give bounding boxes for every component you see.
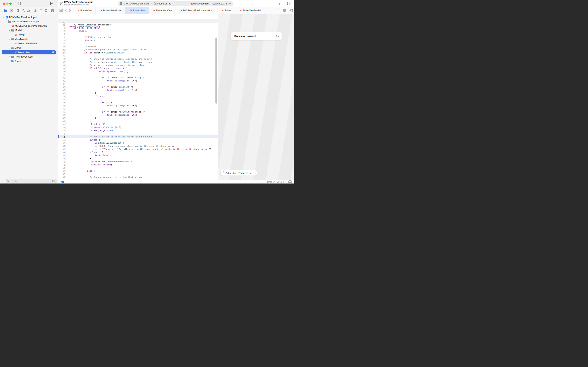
code-line-40[interactable]: 40 }	[58, 92, 218, 95]
code-line-60[interactable]: 60 Text("Save")	[58, 154, 218, 157]
code-line-64[interactable]: 64	[58, 167, 218, 169]
line-number[interactable]: 50	[58, 123, 65, 126]
minimap-options-icon[interactable]	[283, 9, 286, 12]
tab-poweritemview[interactable]: PowerItemView	[149, 7, 176, 14]
code-line-63[interactable]: 63 .padding(.bottom)	[58, 163, 218, 167]
line-number[interactable]: 58	[58, 148, 65, 151]
line-number[interactable]: 38	[58, 85, 65, 89]
code-line-59[interactable]: 59 } label: {	[58, 151, 218, 154]
tab-powerview[interactable]: PowerView	[125, 7, 149, 14]
line-number[interactable]: 24	[58, 42, 65, 45]
chevron-down-icon[interactable]	[3, 17, 5, 18]
code-line-36[interactable]: 36 .font(.system(size: 96))	[58, 79, 218, 83]
code-line-29[interactable]: 29 // Show the provided base, exponent, …	[58, 58, 218, 61]
line-number[interactable]: 47	[58, 114, 65, 117]
code-line-25[interactable]: 25 // OUTPUT	[58, 45, 218, 48]
line-number[interactable]: 46	[58, 110, 65, 114]
build-status[interactable]: Build Succeeded Today at 12:35 PM	[191, 2, 233, 5]
code-line-22[interactable]: 22 // Extra space at top	[58, 36, 218, 39]
window-zoom-button[interactable]	[9, 2, 12, 5]
sidebar-item-powerviewmodel[interactable]: PowerViewModel	[0, 42, 58, 46]
preview-device-selector[interactable]: Automatic – iPhone 16 Pro	[221, 170, 257, 175]
line-number[interactable]: 64	[58, 167, 65, 169]
source-control-status-icon[interactable]	[52, 180, 55, 182]
code-line-67[interactable]: 67 // Show a message indicating that we …	[58, 176, 218, 179]
code-line-47[interactable]: 47 .font(.system(size: 96))	[58, 114, 218, 117]
line-number[interactable]: 57	[58, 145, 65, 148]
line-number[interactable]: 60	[58, 154, 65, 157]
code-line-24[interactable]: 24	[58, 42, 218, 45]
window-minimize-button[interactable]	[6, 2, 8, 5]
line-number[interactable]: 62	[58, 160, 65, 163]
line-number[interactable]: 49	[58, 120, 65, 123]
sidebar-item-mvvmandfreeforminput[interactable]: AMVVMAndFreeformInput	[0, 15, 58, 19]
code-line-32[interactable]: 32 HStack(alignment: .center) {	[58, 67, 218, 70]
line-number[interactable]: 54	[58, 135, 65, 138]
chevron-down-icon[interactable]	[6, 21, 8, 22]
add-file-icon[interactable]: +	[2, 179, 4, 182]
sidebar-item-power[interactable]: Power	[0, 33, 58, 37]
breakpoints-icon[interactable]	[45, 9, 48, 12]
code-line-53[interactable]: 53	[58, 132, 218, 135]
code-line-43[interactable]: 43 Text("=")	[58, 101, 218, 104]
line-number[interactable]: 23	[58, 39, 65, 42]
line-number[interactable]: 48	[58, 117, 65, 120]
reports-icon[interactable]	[51, 9, 54, 12]
line-number[interactable]: 35	[58, 76, 65, 79]
code-line-20[interactable]: 20 VStack {	[58, 30, 218, 33]
editor-scrollbar[interactable]	[215, 38, 217, 104]
add-editor-icon[interactable]	[290, 9, 293, 12]
sidebar-item-assets[interactable]: Assets	[0, 59, 58, 63]
line-number[interactable]: 42	[58, 98, 65, 101]
sticky-declaration-line[interactable]: 10 struct PowerView: View {	[58, 19, 218, 22]
code-line-27[interactable]: 27 if let power = viewModel.power {	[58, 51, 218, 54]
chevron-down-icon[interactable]	[8, 47, 10, 49]
code-line-42[interactable]: 42	[58, 98, 218, 101]
project-navigator-icon[interactable]	[4, 9, 7, 12]
bookmarks-icon[interactable]	[16, 9, 19, 12]
swap-editor-icon[interactable]	[278, 9, 281, 12]
go-back-icon[interactable]	[65, 9, 67, 12]
line-number[interactable]: 66	[58, 173, 65, 176]
code-line-31[interactable]: 31 // we write a power on paper in math …	[58, 64, 218, 67]
code-line-55[interactable]: 55 Button {	[58, 138, 218, 142]
chevron-down-icon[interactable]	[8, 30, 10, 31]
line-number[interactable]: 56	[58, 142, 65, 145]
code-line-38[interactable]: 38 Text("\(power.exponent)")	[58, 85, 218, 89]
line-number[interactable]: 51	[58, 126, 65, 129]
line-number[interactable]: 32	[58, 67, 65, 70]
code-line-65[interactable]: 65 } else {	[58, 169, 218, 173]
line-number[interactable]: 29	[58, 58, 65, 61]
line-number[interactable]: 44	[58, 104, 65, 107]
code-line-62[interactable]: 62 .buttonStyle(.borderedProminent)	[58, 160, 218, 163]
code-line-51[interactable]: 51 .minimumScaleFactor(0.5)	[58, 126, 218, 129]
line-number[interactable]: 25	[58, 45, 65, 48]
tests-icon[interactable]	[33, 9, 37, 12]
source-control-icon[interactable]	[10, 9, 13, 12]
line-number[interactable]: 61	[58, 157, 65, 160]
line-number[interactable]: 53	[58, 132, 65, 135]
line-number[interactable]: 22	[58, 36, 65, 39]
code-line-58[interactable]: 58 print("There are \(viewModel.resultHi…	[58, 148, 218, 151]
tab-mvvmandfreeforminputapp[interactable]: MVVMAndFreeformInputApp	[176, 7, 217, 14]
tab-powerviewmodel[interactable]: PowerViewModel	[235, 7, 264, 14]
issues-icon[interactable]	[27, 9, 31, 12]
line-number[interactable]: 28	[58, 54, 65, 58]
sidebar-item-views[interactable]: Views	[0, 46, 58, 50]
go-forward-icon[interactable]	[69, 9, 71, 12]
code-line-26[interactable]: 26 // When the power can be unwrapped, s…	[58, 48, 218, 51]
tab-power[interactable]: Power	[217, 7, 235, 14]
line-number[interactable]: 40	[58, 92, 65, 95]
chevron-down-icon[interactable]	[8, 39, 10, 40]
sidebar-item-viewmodels[interactable]: ViewModels	[0, 37, 58, 41]
line-number[interactable]: 41	[58, 95, 65, 98]
code-line-39[interactable]: 39 .font(.system(size: 44))	[58, 89, 218, 92]
line-number[interactable]: 59	[58, 151, 65, 154]
debug-icon[interactable]	[39, 9, 42, 12]
code-line-21[interactable]: 21	[58, 33, 218, 36]
line-number[interactable]: 37	[58, 83, 65, 85]
sidebar-item-preview-content[interactable]: Preview Content	[0, 55, 58, 59]
code-line-41[interactable]: 41 HStack {	[58, 95, 218, 98]
chevron-right-icon[interactable]	[8, 56, 10, 58]
code-line-34[interactable]: 34	[58, 73, 218, 76]
